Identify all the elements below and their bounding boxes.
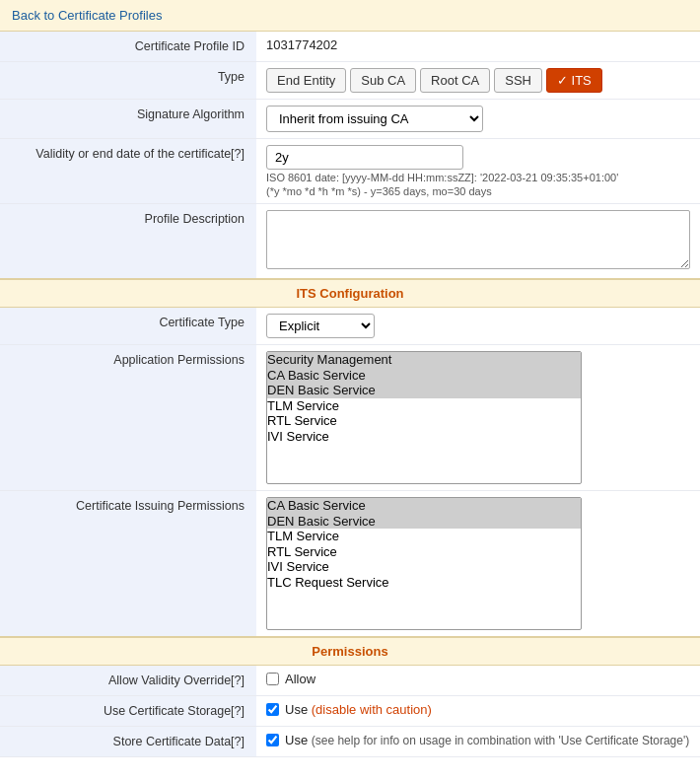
cert-issuing-permissions-cell: CA Basic Service DEN Basic Service TLM S… [256,491,700,638]
validity-label: Validity or end date of the certificate[… [0,139,256,204]
app-perm-ivi: IVI Service [267,429,581,445]
use-cert-storage-checkbox-row: Use (disable with caution) [266,702,690,717]
cert-issuing-permissions-label: Certificate Issuing Permissions [0,491,256,638]
app-perm-den-basic: DEN Basic Service [267,383,581,398]
type-sub-ca-button[interactable]: Sub CA [350,68,416,93]
type-root-ca-button[interactable]: Root CA [420,68,490,93]
profile-id-label: Certificate Profile ID [0,32,256,62]
use-cert-storage-checkbox[interactable] [266,703,279,716]
profile-desc-label: Profile Description [0,204,256,280]
cert-type-label: Certificate Type [0,308,256,345]
allow-validity-label: Allow Validity Override[?] [0,666,256,696]
store-cert-data-row: Store Certificate Data[?] Use (see help … [0,727,700,757]
profile-id-row: Certificate Profile ID 1031774202 [0,32,700,62]
app-perm-security-management: Security Management [267,352,581,368]
use-cert-storage-row: Use Certificate Storage[?] Use (disable … [0,696,700,727]
app-permissions-label: Application Permissions [0,345,256,491]
use-cert-storage-label: Use Certificate Storage[?] [0,696,256,727]
app-perm-ca-basic: CA Basic Service [267,368,581,384]
store-cert-data-checkbox-row: Use (see help for info on usage in combi… [266,733,690,747]
app-perm-rtl: RTL Service [267,413,581,429]
profile-desc-textarea[interactable] [266,210,690,269]
store-cert-data-info: (see help for info on usage in combinati… [312,734,689,747]
validity-row: Validity or end date of the certificate[… [0,139,700,204]
store-cert-data-text: Use (see help for info on usage in combi… [285,733,689,747]
store-cert-data-checkbox[interactable] [266,734,279,746]
type-button-group: End Entity Sub CA Root CA SSH ✓ ITS [266,68,690,93]
cert-type-row: Certificate Type Explicit Implicit [0,308,700,345]
back-to-profiles-link[interactable]: Back to Certificate Profiles [12,8,162,23]
signature-algorithm-label: Signature Algorithm [0,100,256,139]
allow-validity-row: Allow Validity Override[?] Allow [0,666,700,696]
issuing-perm-ivi: IVI Service [267,559,581,575]
app-permissions-row: Application Permissions Security Managem… [0,345,700,491]
profile-id-value: 1031774202 [256,32,700,62]
cert-type-cell: Explicit Implicit [256,308,700,345]
its-config-header-row: ITS Configuration [0,279,700,308]
type-ssh-button[interactable]: SSH [494,68,542,93]
issuing-perm-tlm: TLM Service [267,529,581,544]
profile-desc-row: Profile Description [0,204,700,280]
cert-type-select[interactable]: Explicit Implicit [266,314,375,338]
validity-hint2: (*y *mo *d *h *m *s) - y=365 days, mo=30… [266,185,690,197]
issuing-perm-ca-basic: CA Basic Service [267,498,581,514]
validity-hint1: ISO 8601 date: [yyyy-MM-dd HH:mm:ssZZ]: … [266,172,690,183]
use-cert-storage-caution: (disable with caution) [312,702,432,717]
app-permissions-cell: Security Management CA Basic Service DEN… [256,345,700,491]
signature-algorithm-row: Signature Algorithm Inherit from issuing… [0,100,700,139]
app-permissions-listbox[interactable]: Security Management CA Basic Service DEN… [266,351,582,484]
issuing-perm-den-basic: DEN Basic Service [267,514,581,530]
type-its-button[interactable]: ✓ ITS [546,68,602,93]
validity-input[interactable] [266,145,463,170]
profile-id-text: 1031774202 [266,37,337,52]
signature-algorithm-cell: Inherit from issuing CA SHA256WithRSA SH… [256,100,700,139]
top-bar: Back to Certificate Profiles [0,0,700,32]
allow-validity-checkbox[interactable] [266,673,279,685]
permissions-header-row: Permissions [0,637,700,666]
allow-validity-text: Allow [285,672,315,686]
its-config-header: ITS Configuration [0,279,700,308]
issuing-perm-tlc-request: TLC Request Service [267,575,581,591]
permissions-header: Permissions [0,637,700,666]
cert-issuing-permissions-row: Certificate Issuing Permissions CA Basic… [0,491,700,638]
store-cert-data-label: Store Certificate Data[?] [0,727,256,757]
validity-cell: ISO 8601 date: [yyyy-MM-dd HH:mm:ssZZ]: … [256,139,700,204]
issuing-perm-rtl: RTL Service [267,544,581,560]
app-perm-tlm: TLM Service [267,398,581,414]
type-buttons-cell: End Entity Sub CA Root CA SSH ✓ ITS [256,62,700,100]
allow-validity-checkbox-row: Allow [266,672,690,686]
main-form-table: Certificate Profile ID 1031774202 Type E… [0,32,700,757]
use-cert-storage-cell: Use (disable with caution) [256,696,700,727]
signature-algorithm-select[interactable]: Inherit from issuing CA SHA256WithRSA SH… [266,106,483,132]
allow-validity-cell: Allow [256,666,700,696]
type-label: Type [0,62,256,100]
type-row: Type End Entity Sub CA Root CA SSH ✓ ITS [0,62,700,100]
cert-issuing-permissions-listbox[interactable]: CA Basic Service DEN Basic Service TLM S… [266,497,582,630]
use-cert-storage-text: Use (disable with caution) [285,702,432,717]
type-end-entity-button[interactable]: End Entity [266,68,346,93]
profile-desc-cell [256,204,700,280]
store-cert-data-cell: Use (see help for info on usage in combi… [256,727,700,757]
